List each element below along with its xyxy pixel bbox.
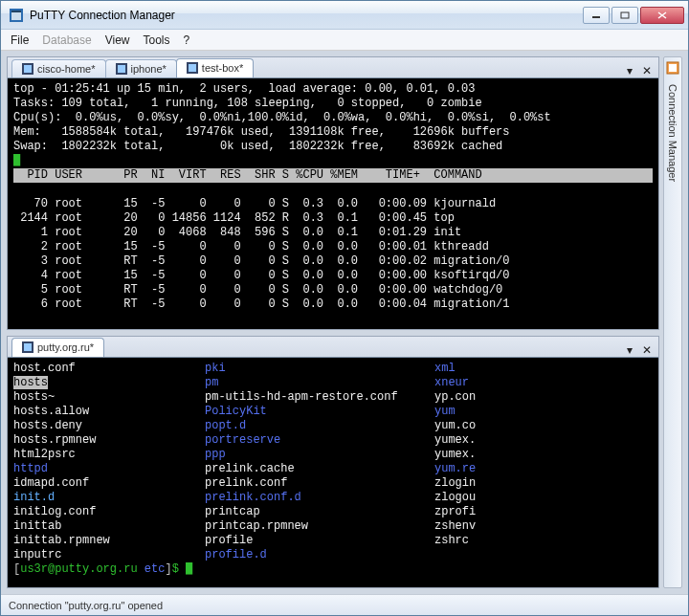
menu-file[interactable]: File	[11, 33, 29, 47]
ls-row: hosts.rpmnewportreserveyumex.	[13, 433, 653, 448]
process-row: 4 root 15 -5 0 0 0 S 0.0 0.0 0:00.00 kso…	[13, 269, 509, 282]
panel-bottom: putty.org.ru* ▾ ✕ host.confpkixmlhostspm…	[7, 336, 659, 588]
terminal-icon	[187, 62, 198, 74]
panel-close-button[interactable]: ✕	[639, 343, 655, 357]
svg-rect-8	[118, 65, 125, 73]
panel-menu-button[interactable]: ▾	[624, 64, 635, 77]
menu-view[interactable]: View	[105, 33, 130, 47]
terminal-icon	[116, 63, 127, 75]
panel-close-button[interactable]: ✕	[639, 64, 655, 77]
panel-menu-button[interactable]: ▾	[624, 343, 635, 357]
side-panel-collapsed[interactable]: Connection Manager	[663, 56, 682, 588]
tab-puttyorgru[interactable]: putty.org.ru*	[11, 338, 104, 357]
process-row: 70 root 15 -5 0 0 0 S 0.3 0.0 0:00.09 kj…	[13, 197, 496, 210]
window-controls	[583, 7, 688, 24]
terminal-bottom[interactable]: host.confpkixmlhostspmxneurhosts~pm-util…	[8, 358, 658, 587]
tab-test-box[interactable]: test-box*	[176, 58, 254, 77]
maximize-button[interactable]	[611, 7, 638, 24]
left-stack: cisco-home* iphone* test-box* ▾ ✕ top - …	[7, 56, 659, 588]
svg-rect-3	[592, 16, 600, 18]
terminal-icon	[22, 63, 33, 75]
process-row: 3 root RT -5 0 0 0 S 0.0 0.0 0:00.02 mig…	[13, 254, 509, 268]
process-row: 2 root 15 -5 0 0 0 S 0.0 0.0 0:00.01 kth…	[13, 240, 489, 253]
window-title: PuTTY Connection Manager	[30, 9, 583, 22]
ls-row: host.confpkixml	[13, 362, 653, 376]
ls-row: hostspmxneur	[13, 376, 653, 390]
ls-row: inittab.rpmnewprofilezshrc	[13, 534, 653, 548]
app-icon	[9, 8, 24, 23]
ls-row: inputrcprofile.d	[13, 548, 653, 562]
ls-row: init.dprelink.conf.dzlogou	[13, 491, 653, 505]
tab-bar-top: cisco-home* iphone* test-box* ▾ ✕	[8, 57, 658, 78]
workarea: cisco-home* iphone* test-box* ▾ ✕ top - …	[1, 51, 688, 594]
menu-tools[interactable]: Tools	[144, 33, 170, 47]
connection-manager-icon	[666, 61, 679, 75]
ls-row: initlog.confprintcapzprofi	[13, 505, 653, 519]
svg-rect-4	[621, 12, 629, 18]
ls-row: httpdprelink.cacheyum.re	[13, 462, 653, 476]
menu-help[interactable]: ?	[184, 33, 190, 47]
ls-row: idmapd.confprelink.confzlogin	[13, 476, 653, 491]
process-row: 2144 root 20 0 14856 1124 852 R 0.3 0.1 …	[13, 211, 455, 225]
menubar: File Database View Tools ?	[1, 30, 688, 51]
shell-prompt: [us3r@putty.org.ru etc]$ █	[13, 562, 192, 576]
app-window: PuTTY Connection Manager File Database V…	[0, 0, 689, 616]
tab-bar-bottom: putty.org.ru* ▾ ✕	[8, 337, 658, 358]
ls-row: hosts.allowPolicyKityum	[13, 405, 653, 419]
menu-database[interactable]: Database	[42, 33, 91, 47]
process-row: 6 root RT -5 0 0 0 S 0.0 0.0 0:00.04 mig…	[13, 297, 509, 311]
statusbar: Connection "putty.org.ru" opened	[1, 594, 688, 615]
titlebar: PuTTY Connection Manager	[1, 1, 688, 30]
panel-top: cisco-home* iphone* test-box* ▾ ✕ top - …	[7, 56, 659, 330]
svg-rect-12	[24, 343, 32, 351]
svg-rect-10	[189, 64, 196, 72]
process-row: 1 root 20 0 4068 848 596 S 0.0 0.1 0:01.…	[13, 226, 461, 239]
side-panel-label: Connection Manager	[667, 84, 678, 182]
ls-row: hosts.denypopt.dyum.co	[13, 419, 653, 433]
close-button[interactable]	[640, 7, 684, 24]
terminal-top[interactable]: top - 01:25:41 up 15 min, 2 users, load …	[8, 78, 658, 329]
svg-rect-2	[11, 11, 21, 12]
ls-row: hosts~pm-utils-hd-apm-restore.confyp.con	[13, 390, 653, 405]
ls-row: inittabprintcap.rpmnewzshenv	[13, 519, 653, 534]
svg-rect-6	[24, 65, 32, 73]
process-row: 5 root RT -5 0 0 0 S 0.0 0.0 0:00.00 wat…	[13, 283, 502, 297]
terminal-icon	[22, 341, 33, 353]
tab-cisco-home[interactable]: cisco-home*	[11, 59, 106, 77]
minimize-button[interactable]	[583, 7, 610, 24]
process-table-header: PID USER PR NI VIRT RES SHR S %CPU %MEM …	[13, 168, 653, 183]
svg-rect-14	[669, 64, 677, 72]
ls-row: html2psrcpppyumex.	[13, 448, 653, 462]
status-text: Connection "putty.org.ru" opened	[9, 600, 163, 611]
tab-iphone[interactable]: iphone*	[105, 59, 177, 77]
